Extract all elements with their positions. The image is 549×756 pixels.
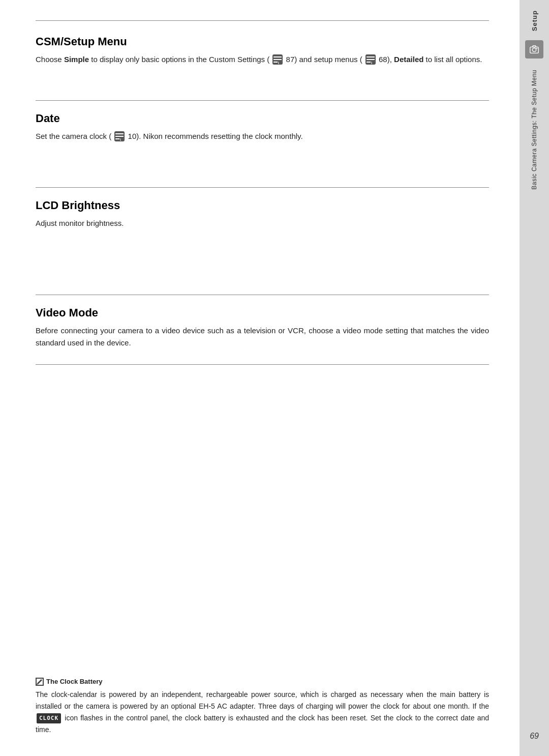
section-video-mode: Video Mode Before connecting your camera…	[36, 306, 489, 349]
section-date: Date Set the camera clock ( i 10). Nikon…	[36, 112, 489, 142]
divider-2	[36, 187, 489, 188]
pencil-icon	[36, 678, 44, 686]
note-title: The Clock Battery	[36, 678, 489, 686]
section-body-csm: Choose Simple to display only basic opti…	[36, 53, 489, 66]
clock-icon: i	[114, 131, 125, 141]
sidebar-vertical-label: Basic Camera Settings: The Setup Menu	[530, 70, 539, 190]
clock-badge: CLOCK	[37, 713, 61, 723]
spacer-3	[36, 229, 489, 280]
svg-text:i: i	[371, 61, 372, 65]
spacer-4	[36, 376, 489, 417]
svg-rect-1	[273, 59, 282, 60]
section-title-csm: CSM/Setup Menu	[36, 35, 489, 48]
section-csm-setup-menu: CSM/Setup Menu Choose Simple to display …	[36, 35, 489, 66]
svg-text:i: i	[120, 138, 121, 141]
menu-icon-1: i	[272, 54, 283, 65]
section-title-lcd: LCD Brightness	[36, 199, 489, 212]
section-title-date: Date	[36, 112, 489, 125]
svg-point-16	[532, 48, 536, 51]
svg-rect-17	[536, 48, 538, 49]
top-divider	[36, 20, 489, 21]
svg-rect-10	[115, 133, 124, 134]
main-content: CSM/Setup Menu Choose Simple to display …	[0, 0, 520, 756]
svg-rect-0	[273, 56, 282, 57]
divider-3	[36, 295, 489, 295]
divider-1	[36, 100, 489, 101]
sidebar: Setup Basic Camera Settings: The Setup M…	[520, 0, 549, 756]
section-body-video: Before connecting your camera to a video…	[36, 325, 489, 349]
note-clock-battery: The Clock Battery The clock-calendar is …	[36, 667, 489, 736]
menu-icon-2: i	[365, 54, 376, 65]
spacer-2	[36, 142, 489, 173]
section-body-date: Set the camera clock ( i 10). Nikon reco…	[36, 130, 489, 142]
sidebar-camera-icon	[525, 40, 543, 59]
section-lcd-brightness: LCD Brightness Adjust monitor brightness…	[36, 199, 489, 229]
spacer-1	[36, 66, 489, 86]
sidebar-setup-label: Setup	[531, 10, 538, 31]
svg-rect-5	[367, 56, 375, 57]
note-body: The clock-calendar is powered by an inde…	[36, 689, 489, 736]
section-body-lcd: Adjust monitor brightness.	[36, 217, 489, 229]
svg-text:i: i	[278, 61, 279, 65]
page-number: 69	[530, 732, 539, 741]
section-title-video: Video Mode	[36, 306, 489, 319]
svg-rect-11	[115, 136, 124, 137]
svg-rect-6	[367, 59, 375, 60]
divider-4	[36, 364, 489, 365]
